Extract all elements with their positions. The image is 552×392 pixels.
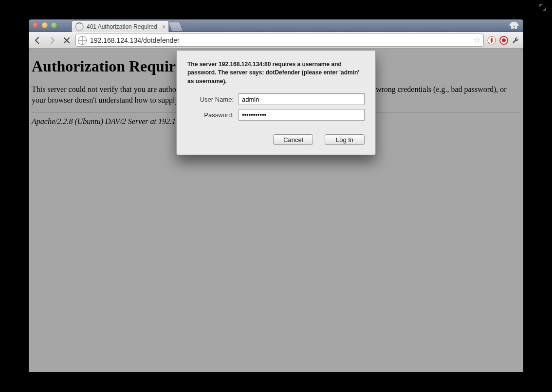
password-row: Password:	[187, 109, 365, 121]
window-close-button[interactable]	[33, 22, 38, 28]
bookmark-star-icon[interactable]: ☆	[474, 36, 480, 45]
frame-expand-icon	[539, 4, 546, 12]
login-button[interactable]: Log In	[325, 134, 365, 145]
window-minimize-button[interactable]	[42, 22, 48, 28]
address-bar[interactable]: ☆	[75, 34, 484, 47]
password-input[interactable]	[239, 109, 365, 121]
browser-toolbar: ☆	[29, 32, 523, 49]
stop-reload-button[interactable]	[61, 35, 73, 46]
extension-icon-1[interactable]	[487, 36, 496, 45]
extension-icon-2[interactable]	[499, 36, 508, 45]
http-auth-dialog: The server 192.168.124.134:80 requires a…	[176, 51, 376, 155]
tab-title: 401 Authorization Required	[87, 23, 157, 30]
password-label: Password:	[187, 111, 239, 119]
username-input[interactable]	[239, 93, 365, 105]
window-titlebar: 401 Authorization Required ×	[29, 19, 523, 32]
page-viewport: Authorization Required This server could…	[29, 49, 523, 372]
window-zoom-button[interactable]	[51, 22, 57, 28]
svg-rect-3	[513, 27, 515, 28]
auth-dialog-message: The server 192.168.124.134:80 requires a…	[187, 60, 365, 86]
incognito-icon	[509, 21, 519, 30]
wrench-menu-icon[interactable]	[511, 36, 520, 45]
site-info-icon[interactable]	[78, 36, 87, 45]
traffic-lights	[33, 22, 57, 28]
tab-close-icon[interactable]: ×	[162, 23, 166, 30]
username-row: User Name:	[187, 93, 365, 105]
auth-dialog-button-row: Cancel Log In	[187, 134, 365, 145]
back-button[interactable]	[32, 35, 43, 46]
svg-rect-0	[509, 24, 519, 26]
url-input[interactable]	[89, 36, 472, 45]
tab-loading-spinner-icon	[75, 22, 84, 31]
svg-point-6	[502, 38, 506, 42]
browser-tab[interactable]: 401 Authorization Required ×	[72, 20, 169, 32]
username-label: User Name:	[187, 96, 239, 103]
browser-window: 401 Authorization Required × ☆	[29, 19, 523, 372]
new-tab-button[interactable]	[168, 22, 183, 32]
cancel-button[interactable]: Cancel	[273, 134, 313, 145]
forward-button[interactable]	[46, 35, 58, 46]
